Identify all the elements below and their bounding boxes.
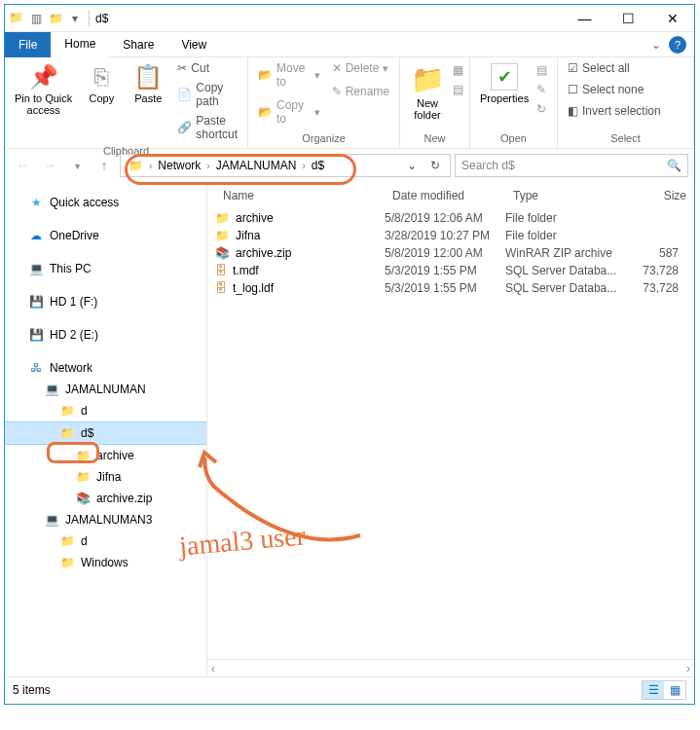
forward-button[interactable]: → (38, 154, 61, 177)
breadcrumb[interactable]: Network (154, 159, 204, 172)
copy-button[interactable]: ⎘ Copy (80, 59, 123, 108)
edit-icon[interactable]: ✎ (536, 83, 547, 96)
details-view-button[interactable]: ☰ (643, 681, 664, 699)
breadcrumb[interactable]: JAMALNUMAN (212, 159, 301, 172)
file-row[interactable]: 🗄t.mdf5/3/2019 1:55 PMSQL Server Databa.… (207, 262, 694, 279)
recent-locations-button[interactable]: ▾ (65, 154, 89, 177)
nav-this-pc[interactable]: 💻This PC (5, 258, 206, 279)
nav-computer-jn1[interactable]: 💻JAMALNUMAN (5, 379, 206, 400)
ribbon: 📌 Pin to Quick access ⎘ Copy 📋 Paste ✂Cu… (5, 57, 694, 149)
home-tab[interactable]: Home (51, 32, 109, 57)
folder-icon: 📁 (215, 229, 230, 242)
nav-folder-archive[interactable]: 📁archive (5, 445, 206, 466)
nav-quick-access[interactable]: ★Quick access (5, 192, 206, 213)
close-button[interactable]: ✕ (650, 5, 694, 32)
nav-network[interactable]: 🖧Network (5, 357, 206, 379)
easy-access-icon[interactable]: ▤ (453, 83, 463, 96)
maximize-button[interactable]: ☐ (607, 5, 650, 32)
file-size: 73,728 (622, 281, 694, 295)
file-tab[interactable]: File (5, 32, 51, 57)
zip-icon: 📚 (215, 246, 230, 260)
folder-icon: 📁 (59, 555, 75, 570)
view-tab[interactable]: View (167, 32, 220, 57)
file-row[interactable]: 📚archive.zip5/8/2019 12:00 AMWinRAR ZIP … (207, 244, 694, 262)
pin-to-quick-access-button[interactable]: 📌 Pin to Quick access (11, 59, 76, 120)
history-icon[interactable]: ↻ (536, 102, 547, 116)
paste-button[interactable]: 📋 Paste (127, 59, 169, 108)
new-folder-button[interactable]: 📁 New folder (406, 59, 449, 125)
paste-shortcut-button[interactable]: 🔗Paste shortcut (173, 112, 241, 143)
computer-icon: 💻 (44, 382, 59, 397)
nav-file-archivezip[interactable]: 📚archive.zip (5, 488, 206, 509)
back-button[interactable]: ← (11, 154, 34, 177)
ribbon-group-clipboard: 📌 Pin to Quick access ⎘ Copy 📋 Paste ✂Cu… (5, 57, 248, 148)
up-button[interactable]: ↑ (92, 154, 116, 177)
rename-icon: ✎ (332, 85, 342, 98)
rename-button[interactable]: ✎Rename (328, 83, 393, 100)
select-none-icon: ☐ (568, 83, 578, 96)
new-item-icon[interactable]: ▦ (453, 63, 463, 77)
copy-to-icon: 📂 (258, 105, 273, 119)
share-tab[interactable]: Share (109, 32, 167, 57)
column-name[interactable]: Name (215, 185, 385, 206)
file-type: WinRAR ZIP archive (505, 246, 622, 260)
file-type: SQL Server Databa... (505, 264, 622, 277)
open-icon[interactable]: ▤ (536, 63, 547, 77)
cut-button[interactable]: ✂Cut (173, 59, 241, 77)
address-dropdown-icon[interactable]: ⌄ (401, 155, 423, 176)
navigation-pane[interactable]: ★Quick access ☁OneDrive 💻This PC 💾HD 1 (… (5, 182, 207, 676)
file-type: SQL Server Databa... (505, 281, 622, 295)
network-icon: 🖧 (28, 360, 44, 376)
file-row[interactable]: 📁archive5/8/2019 12:06 AMFile folder (207, 209, 694, 227)
invert-selection-button[interactable]: ◧Invert selection (564, 102, 665, 120)
file-size: 587 (622, 246, 694, 260)
star-icon: ★ (28, 195, 44, 210)
column-type[interactable]: Type (505, 185, 622, 206)
breadcrumb[interactable]: d$ (308, 159, 328, 172)
file-list[interactable]: 📁archive5/8/2019 12:06 AMFile folder📁Jif… (207, 209, 694, 297)
collapse-ribbon-icon[interactable]: ⌄ (644, 38, 669, 52)
window-controls: — ☐ ✕ (563, 5, 694, 32)
delete-button[interactable]: ✕Delete ▾ (328, 59, 393, 77)
address-bar[interactable]: 📁 › Network › JAMALNUMAN › d$ ⌄ ↻ (120, 154, 451, 177)
nav-share-d[interactable]: 📁d (5, 400, 206, 421)
properties-button[interactable]: ✔ Properties (476, 59, 533, 108)
search-box[interactable]: Search d$ 🔍 (455, 154, 688, 177)
qat-properties-icon[interactable]: ▥ (28, 11, 44, 26)
nav-share-ds[interactable]: 📁d$ (5, 421, 206, 445)
select-none-button[interactable]: ☐Select none (564, 81, 665, 98)
file-name: Jifna (236, 229, 260, 242)
horizontal-scrollbar[interactable]: ‹› (207, 659, 694, 676)
qat-dropdown-icon[interactable]: ▾ (67, 11, 83, 26)
nav-folder-windows[interactable]: 📁Windows (5, 552, 206, 573)
nav-drive-hd1[interactable]: 💾HD 1 (F:) (5, 291, 206, 312)
nav-drive-hd2[interactable]: 💾HD 2 (E:) (5, 324, 206, 346)
cut-icon: ✂ (177, 61, 187, 75)
file-row[interactable]: 🗄t_log.ldf5/3/2019 1:55 PMSQL Server Dat… (207, 279, 694, 297)
nav-computer-jn3[interactable]: 💻JAMALNUMAN3 (5, 509, 206, 530)
explorer-window: 📁 ▥ 📁 ▾ d$ — ☐ ✕ File Home Share View ⌄ … (4, 4, 695, 705)
minimize-button[interactable]: — (563, 5, 607, 32)
nav-share-d2[interactable]: 📁d (5, 530, 206, 552)
help-button[interactable]: ? (669, 36, 686, 54)
column-date[interactable]: Date modified (385, 185, 505, 206)
refresh-button[interactable]: ↻ (424, 155, 446, 176)
invert-icon: ◧ (568, 104, 578, 118)
copy-path-button[interactable]: 📄Copy path (173, 79, 241, 110)
share-folder-icon: 📁 (59, 533, 75, 549)
file-row[interactable]: 📁Jifna3/28/2019 10:27 PMFile folder (207, 227, 694, 244)
folder-icon: 📁 (75, 448, 91, 463)
column-size[interactable]: Size (622, 185, 694, 206)
column-headers: Name Date modified Type Size (207, 182, 694, 209)
folder-icon: 📁 (411, 63, 445, 95)
select-all-button[interactable]: ☑Select all (564, 59, 665, 77)
file-type: File folder (505, 229, 622, 242)
copy-to-button[interactable]: 📂Copy to ▾ (254, 96, 324, 128)
thumbnails-view-button[interactable]: ▦ (664, 681, 685, 699)
status-bar: 5 items ☰ ▦ (5, 676, 694, 702)
qat-newfolder-icon[interactable]: 📁 (48, 11, 63, 26)
move-to-button[interactable]: 📂Move to ▾ (254, 59, 324, 91)
nav-folder-jifna[interactable]: 📁Jifna (5, 466, 206, 488)
nav-onedrive[interactable]: ☁OneDrive (5, 225, 206, 246)
copy-icon: ⎘ (94, 63, 108, 91)
